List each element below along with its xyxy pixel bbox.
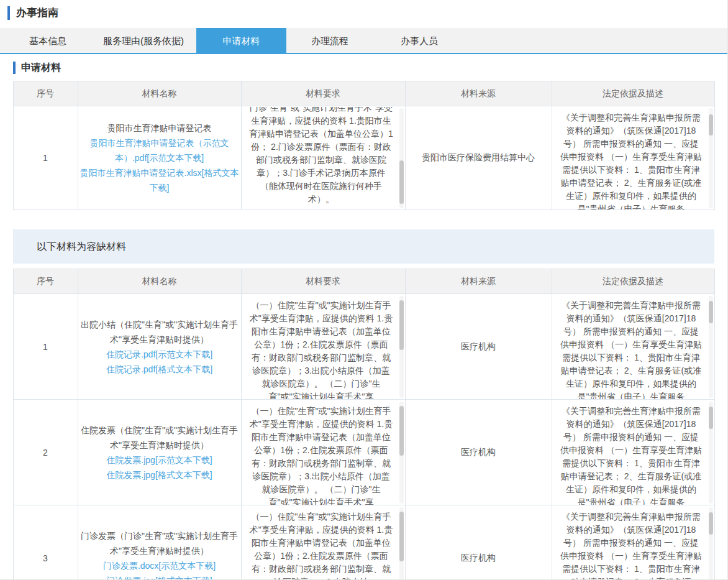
seq-cell: 1 [13,106,78,210]
requirement-cell: （一）住院"生育"或"实施计划生育手术"享受生育津贴，应提供的资料 1.贵阳市生… [241,294,405,400]
table-row: 1 出院小结（住院"生育"或"实施计划生育手术"享受生育津贴时提供） 住院记录.… [13,294,714,400]
col-header-name: 材料名称 [78,269,241,294]
page-title: 办事指南 [7,6,727,20]
legal-scroll-area[interactable]: 《关于调整和完善生育津贴申报所需资料的通知》（筑医保通[2017]18号） 所需… [552,295,714,399]
scrollbar-thumb[interactable] [709,301,713,323]
requirement-scroll-area[interactable]: （一）住院"生育"或"实施计划生育手术"享受生育津贴，应提供的资料 1.贵阳市生… [242,400,405,505]
requirement-text: （一）住院"生育"或"实施计划生育手术"享受生育津贴，应提供的资料 1.贵阳市生… [242,400,405,505]
material-name: 出院小结（住院"生育"或"实施计划生育手术"享受生育津贴时提供） [81,320,238,344]
source-cell: 贵阳市医疗保险费用结算中心 [405,106,552,210]
section-title-application-materials: 申请材料 [13,62,727,74]
scrollbar-thumb[interactable] [399,160,404,204]
legal-cell: 《关于调整和完善生育津贴申报所需资料的通知》（筑医保通[2017]18号） 所需… [552,400,714,505]
table-row: 3 门诊发票（门诊"生育"或"实施计划生育手术"享受生育津贴时提供） 门诊发票.… [13,505,714,580]
source-cell: 医疗机构 [405,505,552,580]
col-header-seq: 序号 [13,269,78,294]
requirement-scroll-area[interactable]: （一）住院"生育"或"实施计划生育手术"享受生育津贴，应提供的资料 1.贵阳市生… [242,506,405,580]
format-doc-link[interactable]: 门诊发票.jpg[格式文本下载] [78,573,241,580]
service-guide-page: 办事指南 基本信息 服务理由(服务依据) 申请材料 办理流程 办事人员 申请材料… [0,0,728,580]
table-row: 2 住院发票（住院"生育"或"实施计划生育手术"享受生育津贴时提供） 住院发票.… [13,400,714,505]
col-header-requirement: 材料要求 [241,81,405,106]
col-header-requirement: 材料要求 [241,269,405,294]
material-name: 门诊发票（门诊"生育"或"实施计划生育手术"享受生育津贴时提供） [81,531,238,556]
legal-text: 《关于调整和完善生育津贴申报所需资料的通知》（筑医保通[2017]18号） 所需… [552,400,714,505]
seq-cell: 1 [13,294,78,400]
legal-text: 《关于调整和完善生育津贴申报所需资料的通知》（筑医保通[2017]18号） 所需… [552,107,714,209]
col-header-source: 材料来源 [405,269,552,294]
tab-bar: 基本信息 服务理由(服务依据) 申请材料 办理流程 办事人员 [0,28,727,54]
seq-cell: 3 [13,505,78,580]
requirement-cell: 门诊"生育"或"实施计划生育手术"享受生育津贴，应提供的资料 1.贵阳市生育津贴… [241,106,405,210]
requirement-cell: （一）住院"生育"或"实施计划生育手术"享受生育津贴，应提供的资料 1.贵阳市生… [241,400,405,505]
seq-cell: 2 [13,400,78,505]
requirement-cell: （一）住院"生育"或"实施计划生育手术"享受生育津贴，应提供的资料 1.贵阳市生… [241,505,405,580]
requirement-text: （一）住院"生育"或"实施计划生育手术"享受生育津贴，应提供的资料 1.贵阳市生… [242,506,405,580]
col-header-legal: 法定依据及描述 [552,269,714,294]
tab-process[interactable]: 办理流程 [286,28,373,54]
sample-doc-link[interactable]: 贵阳市生育津贴申请登记表（示范文本）.pdf[示范文本下载] [78,136,241,165]
scrollbar-thumb[interactable] [709,512,713,535]
tab-staff[interactable]: 办事人员 [373,28,465,54]
table-row: 1 贵阳市生育津贴申请登记表 贵阳市生育津贴申请登记表（示范文本）.pdf[示范… [13,106,714,210]
format-doc-link[interactable]: 住院发票.jpg[格式文本下载] [78,467,241,482]
legal-cell: 《关于调整和完善生育津贴申报所需资料的通知》（筑医保通[2017]18号） 所需… [552,294,714,400]
scrollbar-thumb[interactable] [399,512,404,561]
materials-table: 序号 材料名称 材料要求 材料来源 法定依据及描述 1 贵阳市生育津贴申请登记表… [13,81,715,210]
sample-doc-link[interactable]: 住院发票.jpg[示范文本下载] [78,453,241,467]
requirement-scroll-area[interactable]: 门诊"生育"或"实施计划生育手术"享受生育津贴，应提供的资料 1.贵阳市生育津贴… [242,107,405,209]
table-header-row: 序号 材料名称 材料要求 材料来源 法定依据及描述 [13,269,714,294]
material-name: 住院发票（住院"生育"或"实施计划生育手术"享受生育津贴时提供） [81,425,238,450]
requirement-text: 门诊"生育"或"实施计划生育手术"享受生育津贴，应提供的资料 1.贵阳市生育津贴… [242,107,405,206]
scrollbar-thumb[interactable] [709,114,713,136]
sample-doc-link[interactable]: 住院记录.pdf[示范文本下载] [78,347,241,362]
format-doc-link[interactable]: 住院记录.pdf[格式文本下载] [78,362,241,377]
tolerant-materials-banner: 以下材料为容缺材料 [13,229,714,264]
requirement-text: （一）住院"生育"或"实施计划生育手术"享受生育津贴，应提供的资料 1.贵阳市生… [242,295,405,399]
source-cell: 医疗机构 [405,294,552,400]
col-header-source: 材料来源 [405,81,552,106]
material-name: 贵阳市生育津贴申请登记表 [107,123,212,133]
tab-service-reason[interactable]: 服务理由(服务依据) [91,28,196,54]
legal-text: 《关于调整和完善生育津贴申报所需资料的通知》（筑医保通[2017]18号） 所需… [552,506,714,580]
material-name-cell: 门诊发票（门诊"生育"或"实施计划生育手术"享受生育津贴时提供） 门诊发票.do… [78,505,241,580]
legal-cell: 《关于调整和完善生育津贴申报所需资料的通知》（筑医保通[2017]18号） 所需… [552,505,714,580]
requirement-scroll-area[interactable]: （一）住院"生育"或"实施计划生育手术"享受生育津贴，应提供的资料 1.贵阳市生… [242,295,405,399]
tab-application-materials[interactable]: 申请材料 [196,28,286,54]
col-header-name: 材料名称 [78,81,241,106]
legal-text: 《关于调整和完善生育津贴申报所需资料的通知》（筑医保通[2017]18号） 所需… [552,295,714,399]
sample-doc-link[interactable]: 门诊发票.docx[示范文本下载] [78,558,241,573]
legal-cell: 《关于调整和完善生育津贴申报所需资料的通知》（筑医保通[2017]18号） 所需… [552,106,714,210]
material-name-cell: 住院发票（住院"生育"或"实施计划生育手术"享受生育津贴时提供） 住院发票.jp… [78,400,241,505]
scrollbar-thumb[interactable] [399,300,404,350]
format-doc-link[interactable]: 贵阳市生育津贴申请登记表.xlsx[格式文本下载] [78,165,241,195]
table-header-row: 序号 材料名称 材料要求 材料来源 法定依据及描述 [13,81,714,106]
source-cell: 医疗机构 [405,400,552,505]
legal-scroll-area[interactable]: 《关于调整和完善生育津贴申报所需资料的通知》（筑医保通[2017]18号） 所需… [552,107,714,209]
scrollbar-thumb[interactable] [399,406,404,456]
col-header-legal: 法定依据及描述 [552,81,714,106]
tolerant-materials-table: 序号 材料名称 材料要求 材料来源 法定依据及描述 1 出院小结（住院"生育"或… [13,269,715,580]
material-name-cell: 出院小结（住院"生育"或"实施计划生育手术"享受生育津贴时提供） 住院记录.pd… [78,294,241,400]
material-name-cell: 贵阳市生育津贴申请登记表 贵阳市生育津贴申请登记表（示范文本）.pdf[示范文本… [78,106,241,210]
legal-scroll-area[interactable]: 《关于调整和完善生育津贴申报所需资料的通知》（筑医保通[2017]18号） 所需… [552,506,714,580]
tab-basic-info[interactable]: 基本信息 [5,28,91,54]
scrollbar-thumb[interactable] [709,407,713,429]
col-header-seq: 序号 [13,81,78,106]
legal-scroll-area[interactable]: 《关于调整和完善生育津贴申报所需资料的通知》（筑医保通[2017]18号） 所需… [552,400,714,505]
